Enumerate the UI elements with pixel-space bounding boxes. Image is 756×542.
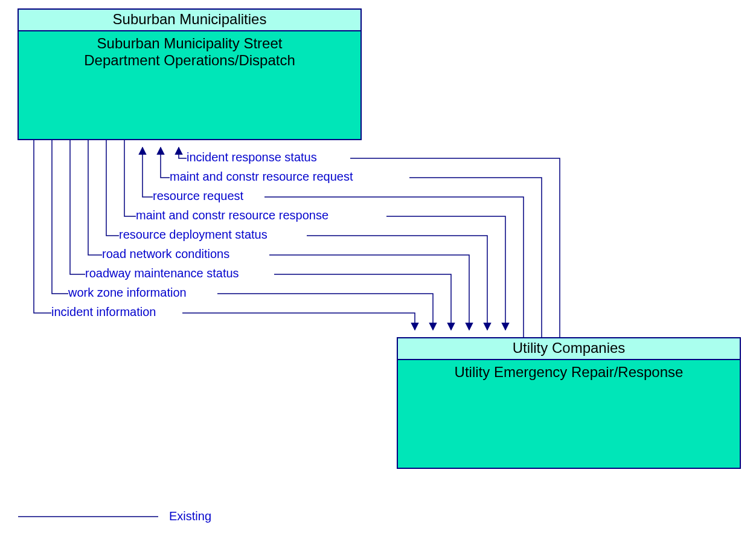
flow-label-roadway-maintenance-status: roadway maintenance status	[85, 266, 239, 280]
box-a-body-line1: Suburban Municipality Street	[97, 35, 283, 51]
box-b-header: Utility Companies	[513, 340, 626, 356]
flow-label-road-network-conditions: road network conditions	[102, 247, 229, 260]
flow-label-maint-constr-resource-response: maint and constr resource response	[136, 208, 328, 222]
entity-utility-companies: Utility Companies Utility Emergency Repa…	[397, 338, 740, 468]
flow-label-work-zone-information: work zone information	[68, 286, 187, 299]
flow-label-resource-deployment-status: resource deployment status	[119, 228, 267, 241]
diagram-canvas: Suburban Municipalities Suburban Municip…	[0, 0, 756, 542]
entity-suburban-municipalities: Suburban Municipalities Suburban Municip…	[18, 9, 361, 140]
box-a-body-line2: Department Operations/Dispatch	[84, 52, 295, 68]
flow-label-incident-information: incident information	[51, 305, 156, 318]
flow-label-incident-response-status: incident response status	[187, 150, 317, 164]
box-b-body-line1: Utility Emergency Repair/Response	[455, 364, 684, 380]
legend-existing-label: Existing	[169, 509, 211, 523]
flow-label-maint-constr-resource-request: maint and constr resource request	[170, 170, 353, 183]
flow-label-resource-request: resource request	[153, 189, 244, 202]
box-a-header: Suburban Municipalities	[113, 11, 267, 27]
